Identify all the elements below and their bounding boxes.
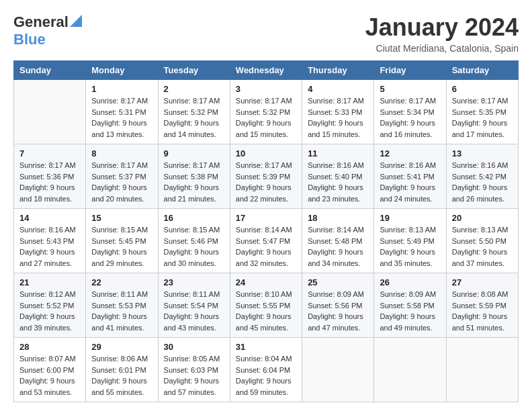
day-number: 31 [236, 342, 296, 352]
calendar-table: Sunday Monday Tuesday Wednesday Thursday… [13, 60, 519, 402]
calendar-cell [446, 338, 518, 402]
calendar-cell: 8Sunrise: 8:17 AMSunset: 5:37 PMDaylight… [86, 144, 158, 209]
day-info: Sunrise: 8:17 AMSunset: 5:38 PMDaylight:… [164, 160, 224, 204]
day-number: 7 [19, 148, 80, 158]
calendar-week-row: 28Sunrise: 8:07 AMSunset: 6:00 PMDayligh… [14, 338, 519, 402]
calendar-cell [14, 80, 86, 144]
day-number: 29 [91, 342, 152, 352]
calendar-cell: 22Sunrise: 8:11 AMSunset: 5:53 PMDayligh… [86, 273, 158, 338]
day-number: 27 [452, 277, 513, 287]
page-header: General Blue January 2024 Ciutat Meridia… [13, 13, 519, 54]
day-number: 22 [91, 277, 152, 287]
day-info: Sunrise: 8:06 AMSunset: 6:01 PMDaylight:… [91, 353, 152, 398]
col-friday: Friday [374, 61, 446, 80]
day-number: 16 [164, 213, 224, 223]
col-wednesday: Wednesday [230, 61, 302, 80]
svg-marker-0 [70, 15, 82, 27]
calendar-cell [374, 338, 446, 402]
calendar-cell: 10Sunrise: 8:17 AMSunset: 5:39 PMDayligh… [230, 144, 302, 209]
logo-triangle-icon [70, 15, 82, 27]
day-number: 9 [164, 148, 224, 158]
day-number: 1 [91, 84, 152, 94]
calendar-cell: 7Sunrise: 8:17 AMSunset: 5:36 PMDaylight… [14, 144, 86, 209]
day-number: 10 [236, 148, 296, 158]
calendar-cell: 21Sunrise: 8:12 AMSunset: 5:52 PMDayligh… [14, 273, 86, 338]
day-info: Sunrise: 8:07 AMSunset: 6:00 PMDaylight:… [19, 353, 80, 398]
day-info: Sunrise: 8:17 AMSunset: 5:32 PMDaylight:… [164, 95, 224, 140]
logo: General Blue [13, 13, 82, 48]
col-tuesday: Tuesday [158, 61, 230, 80]
month-title: January 2024 [365, 13, 519, 42]
day-number: 21 [19, 277, 80, 287]
calendar-cell: 3Sunrise: 8:17 AMSunset: 5:32 PMDaylight… [230, 80, 302, 144]
day-info: Sunrise: 8:17 AMSunset: 5:33 PMDaylight:… [308, 95, 368, 140]
title-section: January 2024 Ciutat Meridiana, Catalonia… [365, 13, 519, 54]
calendar-week-row: 7Sunrise: 8:17 AMSunset: 5:36 PMDaylight… [14, 144, 519, 209]
day-info: Sunrise: 8:12 AMSunset: 5:52 PMDaylight:… [19, 289, 80, 333]
day-info: Sunrise: 8:10 AMSunset: 5:55 PMDaylight:… [236, 289, 296, 333]
calendar-week-row: 14Sunrise: 8:16 AMSunset: 5:43 PMDayligh… [14, 209, 519, 273]
calendar-cell: 12Sunrise: 8:16 AMSunset: 5:41 PMDayligh… [374, 144, 446, 209]
calendar-cell: 19Sunrise: 8:13 AMSunset: 5:49 PMDayligh… [374, 209, 446, 273]
location-subtitle: Ciutat Meridiana, Catalonia, Spain [365, 43, 519, 54]
day-info: Sunrise: 8:11 AMSunset: 5:53 PMDaylight:… [91, 289, 152, 333]
day-number: 20 [452, 213, 513, 223]
day-number: 17 [236, 213, 296, 223]
calendar-cell [302, 338, 374, 402]
day-number: 15 [91, 213, 152, 223]
day-info: Sunrise: 8:14 AMSunset: 5:47 PMDaylight:… [236, 224, 296, 269]
day-number: 6 [452, 84, 513, 94]
calendar-cell: 6Sunrise: 8:17 AMSunset: 5:35 PMDaylight… [446, 80, 518, 144]
day-number: 4 [308, 84, 368, 94]
calendar-cell: 31Sunrise: 8:04 AMSunset: 6:04 PMDayligh… [230, 338, 302, 402]
day-number: 8 [91, 148, 152, 158]
calendar-cell: 4Sunrise: 8:17 AMSunset: 5:33 PMDaylight… [302, 80, 374, 144]
day-number: 3 [236, 84, 296, 94]
calendar-week-row: 21Sunrise: 8:12 AMSunset: 5:52 PMDayligh… [14, 273, 519, 338]
day-info: Sunrise: 8:16 AMSunset: 5:40 PMDaylight:… [308, 160, 368, 204]
day-info: Sunrise: 8:17 AMSunset: 5:36 PMDaylight:… [19, 160, 80, 204]
day-info: Sunrise: 8:17 AMSunset: 5:32 PMDaylight:… [236, 95, 296, 140]
day-info: Sunrise: 8:16 AMSunset: 5:43 PMDaylight:… [19, 224, 80, 269]
day-number: 2 [164, 84, 224, 94]
day-info: Sunrise: 8:17 AMSunset: 5:31 PMDaylight:… [91, 95, 152, 140]
day-number: 24 [236, 277, 296, 287]
calendar-cell: 17Sunrise: 8:14 AMSunset: 5:47 PMDayligh… [230, 209, 302, 273]
day-info: Sunrise: 8:05 AMSunset: 6:03 PMDaylight:… [164, 353, 224, 398]
calendar-cell: 29Sunrise: 8:06 AMSunset: 6:01 PMDayligh… [86, 338, 158, 402]
calendar-cell: 23Sunrise: 8:11 AMSunset: 5:54 PMDayligh… [158, 273, 230, 338]
day-info: Sunrise: 8:15 AMSunset: 5:45 PMDaylight:… [91, 224, 152, 269]
logo-blue-text: Blue [13, 31, 46, 48]
day-number: 11 [308, 148, 368, 158]
day-info: Sunrise: 8:16 AMSunset: 5:41 PMDaylight:… [380, 160, 440, 204]
calendar-cell: 11Sunrise: 8:16 AMSunset: 5:40 PMDayligh… [302, 144, 374, 209]
day-number: 12 [380, 148, 440, 158]
day-number: 26 [380, 277, 440, 287]
calendar-cell: 2Sunrise: 8:17 AMSunset: 5:32 PMDaylight… [158, 80, 230, 144]
calendar-cell: 24Sunrise: 8:10 AMSunset: 5:55 PMDayligh… [230, 273, 302, 338]
day-info: Sunrise: 8:13 AMSunset: 5:50 PMDaylight:… [452, 224, 513, 269]
calendar-cell: 16Sunrise: 8:15 AMSunset: 5:46 PMDayligh… [158, 209, 230, 273]
day-info: Sunrise: 8:09 AMSunset: 5:56 PMDaylight:… [308, 289, 368, 333]
day-number: 13 [452, 148, 513, 158]
calendar-cell: 5Sunrise: 8:17 AMSunset: 5:34 PMDaylight… [374, 80, 446, 144]
day-info: Sunrise: 8:13 AMSunset: 5:49 PMDaylight:… [380, 224, 440, 269]
calendar-cell: 27Sunrise: 8:08 AMSunset: 5:59 PMDayligh… [446, 273, 518, 338]
calendar-cell: 15Sunrise: 8:15 AMSunset: 5:45 PMDayligh… [86, 209, 158, 273]
day-number: 25 [308, 277, 368, 287]
day-info: Sunrise: 8:16 AMSunset: 5:42 PMDaylight:… [452, 160, 513, 204]
day-info: Sunrise: 8:15 AMSunset: 5:46 PMDaylight:… [164, 224, 224, 269]
day-info: Sunrise: 8:17 AMSunset: 5:35 PMDaylight:… [452, 95, 513, 140]
day-info: Sunrise: 8:08 AMSunset: 5:59 PMDaylight:… [452, 289, 513, 333]
col-sunday: Sunday [14, 61, 86, 80]
calendar-header-row: Sunday Monday Tuesday Wednesday Thursday… [14, 61, 519, 80]
day-info: Sunrise: 8:17 AMSunset: 5:37 PMDaylight:… [91, 160, 152, 204]
calendar-cell: 14Sunrise: 8:16 AMSunset: 5:43 PMDayligh… [14, 209, 86, 273]
day-number: 23 [164, 277, 224, 287]
day-info: Sunrise: 8:11 AMSunset: 5:54 PMDaylight:… [164, 289, 224, 333]
logo-general-text: General [13, 13, 69, 31]
day-number: 5 [380, 84, 440, 94]
day-number: 28 [19, 342, 80, 352]
day-number: 19 [380, 213, 440, 223]
calendar-cell: 30Sunrise: 8:05 AMSunset: 6:03 PMDayligh… [158, 338, 230, 402]
